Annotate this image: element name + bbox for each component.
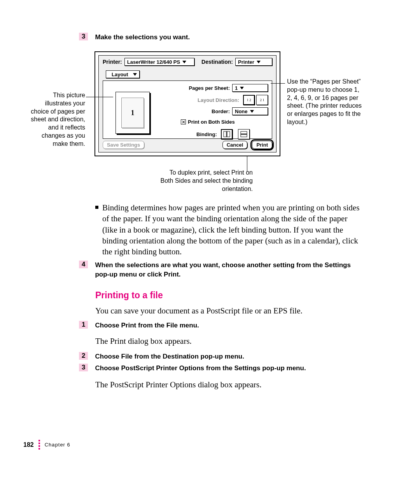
step-number: 3 <box>79 33 88 40</box>
chapter-label: Chapter 6 <box>45 442 70 448</box>
chevron-down-icon <box>250 110 254 113</box>
file-step-1: 1 Choose Print from the File menu. <box>79 321 362 330</box>
step-text: Choose PostScript Printer Options from t… <box>95 364 362 373</box>
ld-rl-text: 2 1 <box>260 98 264 102</box>
preview-page-number: 1 <box>131 109 135 117</box>
footer-dots-icon <box>38 440 40 450</box>
step-text: Choose Print from the File menu. <box>95 321 362 330</box>
page-footer: 182 Chapter 6 <box>23 440 70 450</box>
page-number: 182 <box>23 441 34 448</box>
binding-label: Binding: <box>196 131 217 137</box>
callout-right: Use the “Pages per Sheet” pop-up menu to… <box>287 78 365 126</box>
pages-per-sheet-row: Pages per Sheet: 1 <box>189 84 268 92</box>
printer-dropdown[interactable]: LaserWriter 12/640 PS <box>124 58 194 66</box>
manual-page: 3 Make the selections you want. Printer:… <box>0 0 420 504</box>
chevron-down-icon <box>133 73 137 76</box>
layout-direction-rl-button[interactable]: 2 1 <box>256 95 268 105</box>
binding-bottom-button[interactable] <box>238 129 250 139</box>
destination-label: Destination: <box>201 59 233 65</box>
destination-dropdown[interactable]: Printer <box>235 58 272 66</box>
destination-value: Printer <box>238 59 254 65</box>
binding-text: Binding determines how pages are printed… <box>102 202 362 257</box>
step-text: Make the selections you want. <box>95 33 362 42</box>
layout-panel: 1 Pages per Sheet: 1 Layout Direction: 1… <box>103 80 272 139</box>
print-both-sides-checkbox[interactable]: ✕ <box>181 119 186 124</box>
settings-dropdown[interactable]: Layout <box>106 70 140 78</box>
section-heading: Printing to a file <box>95 290 163 301</box>
chevron-down-icon <box>182 61 186 63</box>
pps-value: 1 <box>235 85 238 91</box>
layout-preview: 1 <box>116 92 150 134</box>
step-3: 3 Make the selections you want. <box>79 33 362 42</box>
step-number: 4 <box>79 261 88 268</box>
chevron-down-icon <box>257 61 261 63</box>
step-number: 2 <box>79 352 88 360</box>
binding-paragraph: Binding determines how pages are printed… <box>95 202 362 257</box>
print-dialog: Printer: LaserWriter 12/640 PS Destinati… <box>94 51 280 156</box>
callout-left: This picture illustrates your choice of … <box>27 91 85 148</box>
callout-bottom: To duplex print, select Print on Both Si… <box>156 169 253 193</box>
step-number: 1 <box>79 321 88 329</box>
svg-rect-3 <box>241 131 247 134</box>
bullet-icon <box>95 206 98 209</box>
svg-rect-0 <box>224 131 226 137</box>
file-step-2: 2 Choose File from the Destination pop-u… <box>79 352 362 361</box>
step-text: Choose File from the Destination pop-up … <box>95 352 362 361</box>
svg-rect-1 <box>227 131 230 137</box>
preview-page: 1 <box>121 98 144 128</box>
both-sides-label: Print on Both Sides <box>188 119 235 125</box>
callout-line-right <box>271 83 285 84</box>
svg-rect-4 <box>241 135 247 137</box>
callout-line-left <box>86 97 113 97</box>
step-text: When the selections are what you want, c… <box>95 261 362 279</box>
step-number: 3 <box>79 364 88 371</box>
step-4: 4 When the selections are what you want,… <box>79 261 362 279</box>
layout-direction-lr-button[interactable]: 1 2 <box>243 95 255 105</box>
file-step-3: 3 Choose PostScript Printer Options from… <box>79 364 362 373</box>
dialog-inner: Printer: LaserWriter 12/640 PS Destinati… <box>98 55 276 152</box>
border-row: Border: None <box>212 107 268 115</box>
layout-direction-row: Layout Direction: 1 2 2 1 <box>198 95 268 105</box>
settings-tab-row: Layout <box>106 70 272 78</box>
file-step-1-after: The Print dialog box appears. <box>95 336 362 346</box>
dialog-button-row: Save Settings Cancel Print <box>103 141 272 149</box>
print-button[interactable]: Print <box>252 141 272 149</box>
ld-label: Layout Direction: <box>198 97 239 103</box>
pps-label: Pages per Sheet: <box>189 85 230 91</box>
file-step-3-after: The PostScript Printer Options dialog bo… <box>95 379 362 390</box>
chevron-down-icon <box>240 87 244 89</box>
dialog-top-row: Printer: LaserWriter 12/640 PS Destinati… <box>103 58 272 66</box>
binding-side-icon <box>223 131 230 137</box>
cancel-button[interactable]: Cancel <box>222 141 248 149</box>
binding-bottom-icon <box>240 131 247 137</box>
border-label: Border: <box>212 108 230 114</box>
intro-paragraph-2: You can save your document as a PostScri… <box>95 305 362 316</box>
ld-lr-text: 1 2 <box>247 98 251 102</box>
printer-label: Printer: <box>103 59 122 65</box>
border-value: None <box>235 108 248 114</box>
pages-per-sheet-dropdown[interactable]: 1 <box>232 84 268 92</box>
save-settings-button[interactable]: Save Settings <box>103 141 144 149</box>
binding-row: Binding: <box>196 129 250 139</box>
binding-side-button[interactable] <box>221 129 233 139</box>
printer-value: LaserWriter 12/640 PS <box>127 59 180 65</box>
settings-value: Layout <box>112 72 128 77</box>
both-sides-row: ✕ Print on Both Sides <box>181 119 237 125</box>
border-dropdown[interactable]: None <box>232 107 268 115</box>
